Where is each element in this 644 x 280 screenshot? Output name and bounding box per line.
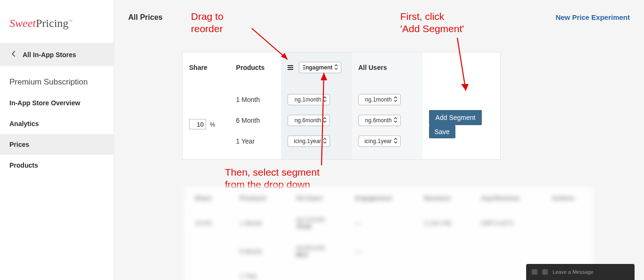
sidebar: SweetPricing™ All In-App Stores Premium …: [0, 0, 114, 280]
logo: SweetPricing™: [0, 0, 114, 43]
chat-label: Leave a Message: [553, 269, 594, 275]
product-row-1: 6 Month: [230, 110, 281, 131]
sidebar-item-analytics[interactable]: Analytics: [0, 113, 114, 134]
back-arrow-icon: [9, 50, 18, 59]
share-suffix: %: [210, 121, 215, 128]
new-price-experiment-link[interactable]: New Price Experiment: [555, 13, 630, 21]
drag-handle-icon[interactable]: [288, 65, 293, 70]
allusers-price-select-2[interactable]: icing.1year: [358, 136, 401, 147]
sidebar-section-title: Premium Subscription: [0, 66, 114, 93]
back-all-stores[interactable]: All In-App Stores: [0, 43, 114, 66]
back-label: All In-App Stores: [23, 51, 76, 59]
save-button[interactable]: Save: [429, 125, 455, 138]
chevron-updown-icon: [323, 96, 327, 103]
chat-widget[interactable]: Leave a Message: [526, 264, 635, 280]
allusers-price-select-0[interactable]: ng.1month: [358, 94, 401, 105]
col-header-all-users: All Users: [352, 52, 422, 83]
chevron-updown-icon: [323, 117, 327, 124]
logo-tm: ™: [68, 19, 73, 24]
segment-price-select-0[interactable]: ng.1month: [288, 94, 330, 105]
segment-select[interactable]: Engagment: [299, 62, 341, 73]
logo-part2: Pricing: [36, 17, 68, 29]
allusers-price-select-1[interactable]: ng.6month: [358, 115, 401, 126]
chevron-updown-icon: [323, 138, 327, 145]
share-input[interactable]: [189, 119, 206, 129]
chevron-updown-icon: [334, 64, 338, 71]
page-title: All Prices: [128, 13, 163, 22]
chevron-updown-icon: [394, 96, 397, 103]
product-row-0: 1 Month: [230, 83, 281, 110]
segment-select-value: Engagment: [303, 64, 332, 71]
segment-price-select-1[interactable]: ng.6month: [288, 115, 330, 126]
segment-price-select-2[interactable]: icing.1year: [288, 136, 330, 147]
add-segment-button[interactable]: Add Segment: [429, 110, 482, 125]
col-header-products: Products: [230, 52, 281, 83]
chat-icon: [532, 269, 537, 275]
chat-icon: [542, 269, 548, 275]
chevron-updown-icon: [394, 117, 397, 124]
sidebar-item-overview[interactable]: In-App Store Overview: [0, 93, 114, 113]
col-header-share: Share: [182, 52, 230, 83]
logo-part1: Sweet: [9, 17, 36, 29]
price-table-panel: Share Products Engagment All Users: [182, 52, 501, 160]
chevron-updown-icon: [394, 138, 397, 145]
col-header-segment: Engagment: [281, 52, 352, 83]
product-row-2: 1 Year: [230, 131, 281, 159]
sidebar-item-products[interactable]: Products: [0, 155, 114, 176]
sidebar-item-prices[interactable]: Prices: [0, 134, 114, 155]
